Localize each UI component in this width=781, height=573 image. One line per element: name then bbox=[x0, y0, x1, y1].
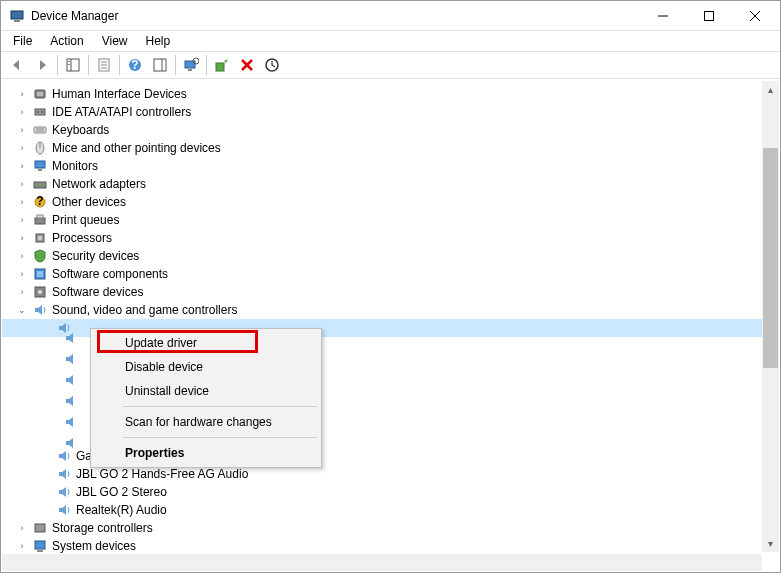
close-button[interactable] bbox=[732, 1, 778, 30]
tree-item[interactable]: ›Print queues bbox=[2, 211, 779, 229]
help-button[interactable]: ? bbox=[123, 53, 147, 77]
minimize-button[interactable] bbox=[640, 1, 686, 30]
ctx-disable-device[interactable]: Disable device bbox=[93, 355, 319, 379]
tree-item-label: Software components bbox=[52, 267, 168, 281]
ctx-separator bbox=[123, 406, 317, 407]
expander-icon[interactable]: › bbox=[16, 540, 28, 552]
expander-icon[interactable]: › bbox=[16, 522, 28, 534]
titlebar: Device Manager bbox=[1, 1, 780, 31]
svg-point-51 bbox=[42, 529, 44, 531]
svg-rect-47 bbox=[37, 271, 43, 277]
tree-item[interactable]: ›Processors bbox=[2, 229, 779, 247]
disable-device-button[interactable] bbox=[260, 53, 284, 77]
softcomp-icon bbox=[32, 266, 48, 282]
menu-view[interactable]: View bbox=[94, 32, 136, 50]
svg-rect-53 bbox=[37, 550, 43, 552]
expander-placeholder bbox=[40, 486, 52, 498]
tree-item[interactable]: ⌄Sound, video and game controllers bbox=[2, 301, 779, 319]
expander-icon[interactable]: ⌄ bbox=[16, 304, 28, 316]
scroll-thumb[interactable] bbox=[763, 148, 778, 368]
expander-icon[interactable]: › bbox=[16, 142, 28, 154]
properties-button[interactable] bbox=[92, 53, 116, 77]
network-icon bbox=[32, 176, 48, 192]
scroll-down-icon[interactable]: ▾ bbox=[762, 535, 779, 552]
toolbar-separator bbox=[119, 55, 120, 75]
ctx-properties[interactable]: Properties bbox=[93, 441, 319, 465]
tree-item-label: Sound, video and game controllers bbox=[52, 303, 237, 317]
svg-rect-30 bbox=[34, 127, 46, 133]
tree-item[interactable]: ›Mice and other pointing devices bbox=[2, 139, 779, 157]
tree-item[interactable]: ›Software components bbox=[2, 265, 779, 283]
vertical-scrollbar[interactable]: ▴ ▾ bbox=[762, 81, 779, 552]
maximize-button[interactable] bbox=[686, 1, 732, 30]
tree-item[interactable]: ›Keyboards bbox=[2, 121, 779, 139]
menu-help[interactable]: Help bbox=[138, 32, 179, 50]
menu-file[interactable]: File bbox=[5, 32, 40, 50]
tree-item-label: System devices bbox=[52, 539, 136, 553]
ctx-uninstall-device[interactable]: Uninstall device bbox=[93, 379, 319, 403]
security-icon bbox=[32, 248, 48, 264]
toolbar: ? bbox=[1, 51, 780, 79]
svg-point-39 bbox=[39, 184, 41, 186]
svg-rect-36 bbox=[38, 169, 42, 171]
expander-icon[interactable]: › bbox=[16, 250, 28, 262]
ctx-uninstall-device-label: Uninstall device bbox=[125, 384, 209, 398]
tree-item[interactable]: ›Software devices bbox=[2, 283, 779, 301]
forward-button[interactable] bbox=[30, 53, 54, 77]
svg-rect-3 bbox=[705, 11, 714, 20]
tree-item[interactable]: ›Network adapters bbox=[2, 175, 779, 193]
expander-icon[interactable]: › bbox=[16, 106, 28, 118]
ctx-update-driver[interactable]: Update driver bbox=[93, 331, 319, 355]
expander-icon[interactable]: › bbox=[16, 160, 28, 172]
horizontal-scrollbar[interactable] bbox=[2, 554, 762, 571]
tree-item[interactable]: JBL GO 2 Stereo bbox=[2, 483, 779, 501]
sound-device-icon bbox=[56, 502, 72, 518]
expander-icon[interactable]: › bbox=[16, 214, 28, 226]
tree-item-label: Processors bbox=[52, 231, 112, 245]
svg-rect-26 bbox=[37, 92, 43, 96]
expander-icon[interactable]: › bbox=[16, 268, 28, 280]
update-driver-button[interactable] bbox=[210, 53, 234, 77]
tree-item[interactable]: ›System devices bbox=[2, 537, 779, 555]
toolbar-separator bbox=[175, 55, 176, 75]
tree-item[interactable]: ›Human Interface Devices bbox=[2, 85, 779, 103]
other-icon: ? bbox=[32, 194, 48, 210]
back-button[interactable] bbox=[5, 53, 29, 77]
tree-item-label: Keyboards bbox=[52, 123, 109, 137]
tree-item-label: IDE ATA/ATAPI controllers bbox=[52, 105, 191, 119]
scan-hardware-changes-button[interactable] bbox=[179, 53, 203, 77]
softdev-icon bbox=[32, 284, 48, 300]
expander-icon[interactable]: › bbox=[16, 88, 28, 100]
svg-text:?: ? bbox=[131, 58, 138, 72]
expander-icon[interactable]: › bbox=[16, 196, 28, 208]
svg-rect-8 bbox=[68, 61, 70, 62]
expander-icon[interactable]: › bbox=[16, 286, 28, 298]
svg-rect-27 bbox=[35, 109, 45, 115]
context-menu: Update driver Disable device Uninstall d… bbox=[90, 328, 322, 468]
scroll-track[interactable] bbox=[763, 98, 778, 535]
svg-point-29 bbox=[41, 111, 43, 113]
tree-item-label: Monitors bbox=[52, 159, 98, 173]
sound-device-icon bbox=[56, 484, 72, 500]
svg-point-38 bbox=[36, 184, 38, 186]
expander-icon[interactable]: › bbox=[16, 232, 28, 244]
tree-item[interactable]: ›Storage controllers bbox=[2, 519, 779, 537]
expander-placeholder bbox=[40, 468, 52, 480]
scroll-up-icon[interactable]: ▴ bbox=[762, 81, 779, 98]
tree-item[interactable]: Realtek(R) Audio bbox=[2, 501, 779, 519]
tree-item[interactable]: ›IDE ATA/ATAPI controllers bbox=[2, 103, 779, 121]
menu-action[interactable]: Action bbox=[42, 32, 91, 50]
uninstall-device-button[interactable] bbox=[235, 53, 259, 77]
tree-item[interactable]: ›?Other devices bbox=[2, 193, 779, 211]
action-pane-button[interactable] bbox=[148, 53, 172, 77]
expander-icon[interactable]: › bbox=[16, 178, 28, 190]
expander-placeholder bbox=[40, 450, 52, 462]
show-hide-console-tree-button[interactable] bbox=[61, 53, 85, 77]
tree-item[interactable]: ›Security devices bbox=[2, 247, 779, 265]
ctx-update-driver-label: Update driver bbox=[125, 336, 197, 350]
tree-item[interactable]: ›Monitors bbox=[2, 157, 779, 175]
tree-item-label: Software devices bbox=[52, 285, 143, 299]
expander-icon[interactable]: › bbox=[16, 124, 28, 136]
ctx-scan-hardware[interactable]: Scan for hardware changes bbox=[93, 410, 319, 434]
svg-text:?: ? bbox=[36, 194, 43, 208]
